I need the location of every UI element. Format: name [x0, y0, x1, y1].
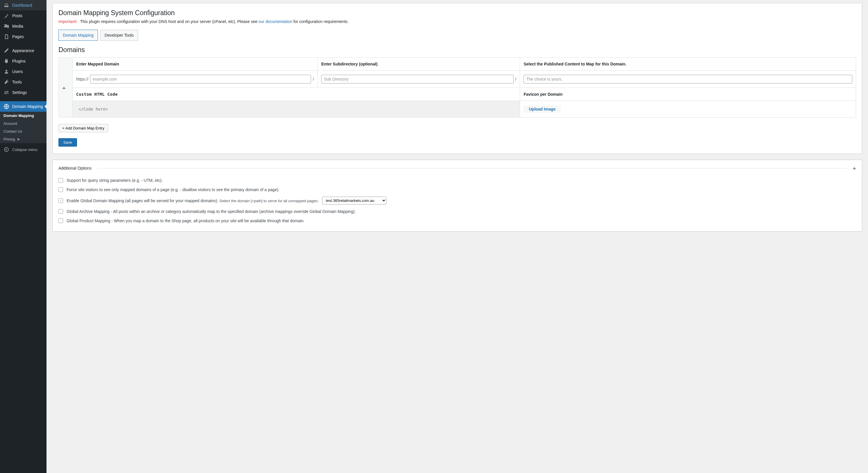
protocol-label: https:// [76, 77, 88, 82]
domains-section-title: Domains [58, 46, 856, 54]
sidebar-item-users[interactable]: Users [0, 66, 46, 77]
checkbox-archive-mapping[interactable] [58, 209, 63, 214]
plug-icon [3, 58, 9, 64]
checkbox-global-mapping[interactable] [58, 198, 63, 203]
svg-point-1 [4, 147, 8, 152]
slash-label-2: / [516, 77, 517, 82]
custom-html-header: Custom HTML Code [73, 88, 520, 101]
sidebar-item-dashboard[interactable]: Dashboard [0, 0, 46, 10]
option-product-mapping: Global Product Mapping - When you map a … [58, 216, 856, 226]
sidebar-item-settings[interactable]: Settings [0, 87, 46, 98]
submenu-item-account[interactable]: Account [0, 120, 46, 127]
main-panel: Domain Mapping System Configuration Impo… [52, 3, 862, 154]
mapped-domain-input[interactable] [90, 75, 311, 84]
sidebar-item-label: Users [12, 69, 23, 74]
collapse-menu-button[interactable]: Collapse menu [0, 144, 46, 155]
sidebar-item-posts[interactable]: Posts [0, 10, 46, 21]
slash-label: / [313, 77, 314, 82]
collapse-menu-label: Collapse menu [12, 147, 37, 152]
tab-domain-mapping[interactable]: Domain Mapping [58, 30, 98, 41]
pin-icon [3, 13, 9, 19]
sidebar-item-pages[interactable]: Pages [0, 31, 46, 42]
upload-image-button[interactable]: Upload Image [526, 105, 558, 113]
drag-handle-cell[interactable] [59, 58, 73, 118]
subdirectory-input[interactable] [321, 75, 514, 84]
option-global-mapping: Enable Global Domain Mapping (all pages … [58, 194, 856, 207]
user-icon [3, 69, 9, 75]
sidebar-item-media[interactable]: Media [0, 21, 46, 31]
sidebar-item-label: Dashboard [12, 3, 32, 7]
settings-icon [3, 90, 9, 95]
important-label: Important! [58, 19, 77, 24]
option-label: Enable Global Domain Mapping (all pages … [67, 198, 219, 203]
sidebar-item-label: Plugins [12, 59, 26, 63]
media-icon [3, 23, 9, 29]
divider [97, 168, 847, 169]
page-title: Domain Mapping System Configuration [58, 9, 856, 17]
checkbox-product-mapping[interactable] [58, 218, 63, 223]
option-sublabel: Select the domain [+path] to serve for a… [219, 199, 319, 203]
checkbox-force-mapped[interactable] [58, 187, 63, 192]
collapse-icon [3, 147, 9, 152]
domains-table: Enter Mapped Domain Enter Subdirectory (… [58, 57, 856, 118]
sidebar-item-label: Tools [12, 80, 22, 84]
option-label: Global Product Mapping - When you map a … [67, 218, 305, 223]
col-header-domain: Enter Mapped Domain [73, 58, 318, 71]
col-header-subdir: Enter Subdirectory (optional) [318, 58, 520, 71]
sidebar-item-label: Settings [12, 90, 27, 95]
content-select-input[interactable] [524, 75, 852, 84]
triangle-up-icon [62, 87, 66, 89]
sidebar-item-label: Posts [12, 13, 22, 18]
sidebar-submenu: Domain Mapping Account Contact Us Pricin… [0, 112, 46, 143]
option-label: Support for query string parameters (e.g… [67, 178, 163, 183]
sidebar-item-tools[interactable]: Tools [0, 77, 46, 87]
documentation-link[interactable]: our documentation [258, 19, 292, 24]
sidebar-item-appearance[interactable]: Appearance [0, 46, 46, 56]
sidebar-item-label: Domain Mapping [12, 104, 43, 109]
admin-sidebar: Dashboard Posts Media Pages Appearance P… [0, 0, 46, 473]
notice-text-after: for configuration requirements. [292, 19, 348, 24]
additional-options-panel: Additional Options Support for query str… [52, 160, 862, 232]
option-force-mapped: Force site visitors to see only mapped d… [58, 185, 856, 194]
sidebar-item-label: Appearance [12, 48, 34, 53]
chevron-right-icon: ➤ [17, 137, 20, 141]
option-query-string: Support for query string parameters (e.g… [58, 176, 856, 185]
pages-icon [3, 34, 9, 39]
toggle-options-icon[interactable] [852, 167, 856, 169]
option-label: Force site visitors to see only mapped d… [67, 187, 279, 192]
sidebar-item-domain-mapping[interactable]: Domain Mapping [0, 101, 46, 112]
sidebar-item-plugins[interactable]: Plugins [0, 56, 46, 66]
config-notice: Important! This plugin requires configur… [58, 19, 856, 24]
save-button[interactable]: Save [58, 138, 77, 147]
option-label: Global Archive Mapping - All posts withi… [67, 209, 356, 214]
global-mapping-domain-select[interactable]: test.365retailmarkets.com.au [322, 197, 386, 205]
add-domain-entry-button[interactable]: + Add Domain Map Entry [58, 124, 108, 132]
tabs: Domain Mapping Developer Tools [58, 30, 856, 41]
submenu-item-pricing[interactable]: Pricing ➤ [0, 135, 46, 143]
brush-icon [3, 48, 9, 54]
globe-icon [3, 104, 9, 109]
additional-options-title: Additional Options [58, 166, 92, 171]
col-header-content: Select the Published Content to Map for … [520, 58, 856, 71]
favicon-header: Favicon per Domain [520, 88, 856, 101]
tab-developer-tools[interactable]: Developer Tools [100, 30, 138, 41]
submenu-item-contact-us[interactable]: Contact Us [0, 127, 46, 135]
sidebar-item-label: Pages [12, 34, 24, 39]
sidebar-item-label: Media [12, 24, 23, 29]
submenu-item-domain-mapping[interactable]: Domain Mapping [0, 112, 46, 120]
content-area: Domain Mapping System Configuration Impo… [46, 0, 868, 473]
option-archive-mapping: Global Archive Mapping - All posts withi… [58, 207, 856, 216]
dashboard-icon [3, 2, 9, 8]
checkbox-query-string[interactable] [58, 178, 63, 183]
custom-html-input[interactable] [76, 105, 516, 113]
notice-text-before: This plugin requires configuration with … [80, 19, 258, 24]
wrench-icon [3, 79, 9, 85]
